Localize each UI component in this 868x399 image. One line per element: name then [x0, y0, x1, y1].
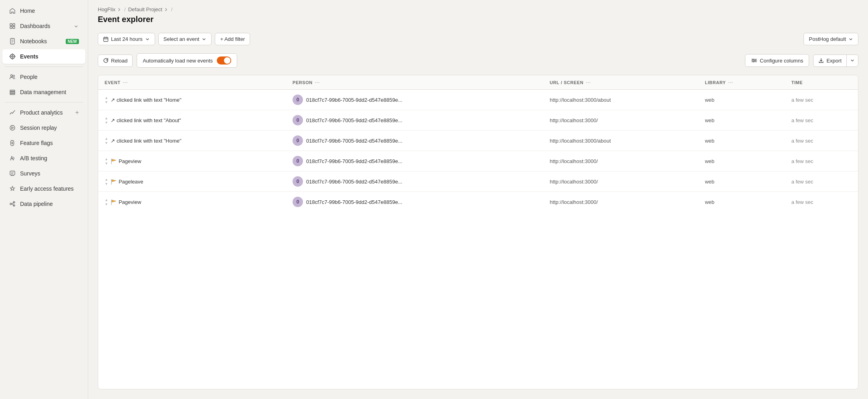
sidebar-item-data-pipeline-label: Data pipeline	[20, 201, 53, 207]
configure-columns-icon	[751, 57, 757, 64]
event-col-options[interactable]: ···	[123, 79, 128, 85]
person-id[interactable]: 018cf7c7-99b6-7005-9dd2-d547e8859e...	[306, 97, 402, 103]
time-cell: a few sec	[785, 131, 858, 151]
event-type-icon	[111, 199, 117, 205]
url-value: http://localhost:3000/	[550, 199, 598, 205]
col-header-url: URL / SCREEN ···	[543, 75, 698, 90]
main-content: HogFlix / Default Project / Event explor…	[88, 0, 868, 399]
event-selector-label: Select an event	[164, 36, 200, 42]
url-cell: http://localhost:3000/	[543, 110, 698, 131]
person-id[interactable]: 018cf7c7-99b6-7005-9dd2-d547e8859e...	[306, 138, 402, 144]
event-name: clicked link with text "Home"	[117, 97, 182, 103]
url-col-options[interactable]: ···	[586, 79, 591, 85]
session-replay-icon	[9, 124, 16, 131]
sidebar-item-ab-testing-label: A/B testing	[20, 155, 47, 161]
cluster-chevron-icon	[848, 37, 853, 42]
sidebar-item-feature-flags[interactable]: Feature flags	[2, 136, 85, 150]
avatar[interactable]: 0	[293, 156, 303, 166]
breadcrumb-hogflix[interactable]: HogFlix	[98, 6, 122, 12]
export-chevron-icon	[850, 58, 855, 63]
sidebar-item-notebooks-label: Notebooks	[20, 38, 47, 44]
export-chevron-button[interactable]	[847, 55, 858, 66]
dashboards-chevron-icon	[73, 23, 79, 29]
person-id[interactable]: 018cf7c7-99b6-7005-9dd2-d547e8859e...	[306, 117, 402, 123]
library-value: web	[705, 97, 715, 103]
event-selector-button[interactable]: Select an event	[158, 33, 212, 45]
sidebar-item-events[interactable]: Events	[2, 49, 85, 64]
table-row[interactable]: ▲ ▼ Pageview 0 018cf7c7-99b6-7005-9dd2-d…	[98, 151, 858, 171]
col-header-person: PERSON ···	[286, 75, 543, 90]
breadcrumb-project[interactable]: Default Project	[128, 6, 169, 12]
person-id[interactable]: 018cf7c7-99b6-7005-9dd2-d547e8859e...	[306, 199, 402, 205]
export-button[interactable]: Export	[813, 54, 858, 67]
sidebar-item-ab-testing[interactable]: A/B testing	[2, 151, 85, 165]
auto-load-toggle[interactable]	[217, 56, 231, 64]
expand-arrows[interactable]: ▲ ▼	[105, 177, 108, 186]
reload-button[interactable]: Reload	[98, 54, 133, 67]
avatar[interactable]: 0	[293, 115, 303, 125]
cluster-selector-button[interactable]: PostHog default	[803, 33, 858, 45]
library-col-options[interactable]: ···	[728, 79, 733, 85]
avatar[interactable]: 0	[293, 176, 303, 187]
sidebar-item-session-replay-label: Session replay	[20, 125, 57, 131]
date-range-label: Last 24 hours	[111, 36, 143, 42]
event-name: Pageleave	[119, 179, 143, 185]
expand-arrows[interactable]: ▲ ▼	[105, 96, 108, 104]
product-analytics-plus-icon[interactable]: +	[75, 109, 79, 116]
sidebar-item-data-management[interactable]: Data management	[2, 85, 85, 99]
sidebar-item-dashboards[interactable]: Dashboards	[2, 19, 85, 33]
page-header: HogFlix / Default Project / Event explor…	[88, 0, 868, 29]
sidebar-item-home-label: Home	[20, 8, 35, 14]
export-main[interactable]: Export	[813, 55, 846, 66]
url-cell: http://localhost:3000/about	[543, 131, 698, 151]
library-value: web	[705, 179, 715, 185]
content-area: Reload Automatically load new events Con…	[88, 49, 868, 399]
dashboards-icon	[9, 22, 16, 30]
sidebar-item-home[interactable]: Home	[2, 4, 85, 18]
event-cell: ▲ ▼ ↗ clicked link with text "About"	[98, 110, 286, 131]
sidebar-item-dashboards-label: Dashboards	[20, 23, 50, 29]
sidebar-item-product-analytics[interactable]: Product analytics +	[2, 105, 85, 120]
svg-rect-3	[13, 26, 15, 28]
table-row[interactable]: ▲ ▼ ↗ clicked link with text "Home" 0 01…	[98, 90, 858, 110]
sidebar-item-feature-flags-label: Feature flags	[20, 140, 53, 146]
add-filter-button[interactable]: + Add filter	[215, 33, 250, 45]
table-row[interactable]: ▲ ▼ ↗ clicked link with text "About" 0 0…	[98, 110, 858, 131]
time-cell: a few sec	[785, 90, 858, 110]
person-col-options[interactable]: ···	[315, 79, 320, 85]
svg-point-21	[753, 61, 754, 62]
sidebar-item-notebooks[interactable]: Notebooks NEW	[2, 34, 85, 48]
url-value: http://localhost:3000/	[550, 158, 598, 164]
time-value: a few sec	[791, 97, 813, 103]
sidebar-item-people[interactable]: People	[2, 70, 85, 84]
sidebar-item-early-access[interactable]: Early access features	[2, 181, 85, 196]
avatar[interactable]: 0	[293, 135, 303, 146]
avatar[interactable]: 0	[293, 197, 303, 207]
expand-arrows[interactable]: ▲ ▼	[105, 157, 108, 165]
events-icon	[9, 53, 16, 60]
event-cell: ▲ ▼ ↗ clicked link with text "Home"	[98, 90, 286, 110]
person-id[interactable]: 018cf7c7-99b6-7005-9dd2-d547e8859e...	[306, 179, 402, 185]
table-row[interactable]: ▲ ▼ ↗ clicked link with text "Home" 0 01…	[98, 131, 858, 151]
table-row[interactable]: ▲ ▼ Pageview 0 018cf7c7-99b6-7005-9dd2-d…	[98, 192, 858, 212]
date-range-button[interactable]: Last 24 hours	[98, 33, 155, 45]
auto-load-container: Automatically load new events	[137, 53, 237, 68]
breadcrumb: HogFlix / Default Project /	[98, 6, 858, 12]
sidebar-item-surveys[interactable]: Surveys	[2, 166, 85, 181]
sidebar-item-events-label: Events	[20, 53, 38, 60]
configure-columns-button[interactable]: Configure columns	[745, 54, 809, 67]
person-id[interactable]: 018cf7c7-99b6-7005-9dd2-d547e8859e...	[306, 158, 402, 164]
expand-arrows[interactable]: ▲ ▼	[105, 116, 108, 125]
svg-rect-9	[10, 90, 15, 91]
expand-arrows[interactable]: ▲ ▼	[105, 137, 108, 145]
event-selector-chevron-icon	[202, 37, 206, 42]
svg-point-20	[755, 60, 756, 61]
sidebar-item-data-pipeline[interactable]: Data pipeline	[2, 197, 85, 211]
avatar[interactable]: 0	[293, 95, 303, 105]
people-icon	[9, 73, 16, 81]
event-type-icon: ↗	[111, 117, 115, 123]
expand-arrows[interactable]: ▲ ▼	[105, 198, 108, 206]
table-row[interactable]: ▲ ▼ Pageleave 0 018cf7c7-99b6-7005-9dd2-…	[98, 171, 858, 192]
sidebar-item-session-replay[interactable]: Session replay	[2, 121, 85, 135]
action-bar: Reload Automatically load new events Con…	[98, 49, 858, 72]
